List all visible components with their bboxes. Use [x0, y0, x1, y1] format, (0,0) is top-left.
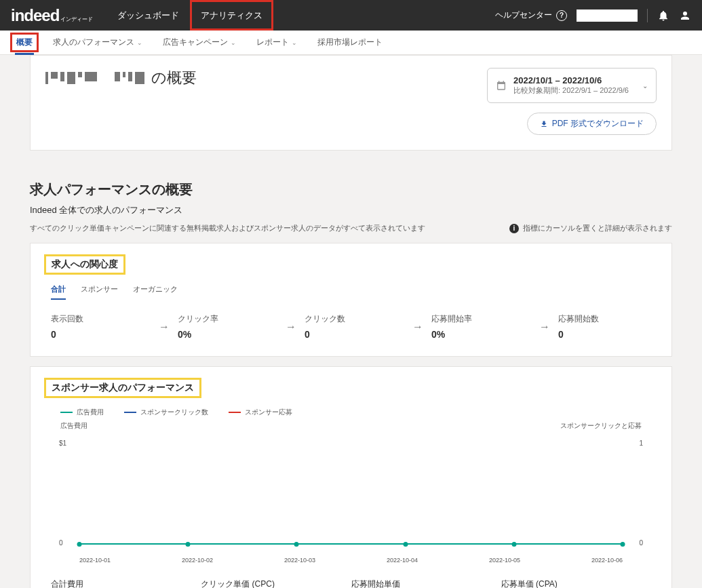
subnav-job-performance-label: 求人のパフォーマンス — [53, 37, 134, 48]
legend-cost[interactable]: 広告費用 — [60, 408, 104, 417]
top-bar: indeed インディード ダッシュボード アナリティクス ヘルプセンター ? — [0, 0, 702, 31]
y-tick-left-bottom: 0 — [59, 539, 63, 547]
sub-nav: 概要 求人のパフォーマンス ⌄ 広告キャンペーン ⌄ レポート ⌄ 採用市場レポ… — [0, 31, 702, 55]
interest-tabs: 合計 スポンサー オーガニック — [44, 284, 658, 300]
user-icon[interactable] — [679, 9, 691, 22]
subnav-report-label: レポート — [256, 37, 289, 48]
y-tick-right-bottom: 0 — [639, 539, 643, 547]
y-axis-right-label: スポンサークリックと応募 — [560, 421, 642, 431]
metric-apply-starts: 応募開始数 0 — [558, 313, 658, 340]
account-name-redacted[interactable] — [577, 9, 638, 22]
chevron-down-icon: ⌄ — [642, 82, 648, 90]
logo-text: indeed — [11, 6, 59, 25]
tab-sponsor[interactable]: スポンサー — [81, 284, 118, 300]
metric-value: 0% — [178, 329, 277, 340]
top-right: ヘルプセンター ? — [495, 9, 691, 22]
metric-cpa: 応募単価 (CPA) — [501, 579, 651, 588]
nav-dashboard[interactable]: ダッシュボード — [106, 0, 190, 31]
y-tick-left-top: $1 — [59, 439, 66, 447]
metric-impressions: 表示回数 0 — [51, 313, 151, 340]
calendar-icon — [496, 80, 507, 91]
help-center-link[interactable]: ヘルプセンター ? — [495, 9, 567, 21]
subnav-report[interactable]: レポート ⌄ — [248, 31, 305, 54]
chevron-down-icon: ⌄ — [292, 39, 297, 46]
subnav-campaign-label: 広告キャンペーン — [163, 37, 228, 48]
perf-section-description: すべてのクリック単価キャンペーンに関連する無料掲載求人およびスポンサー求人のデー… — [30, 223, 425, 233]
logo-subtext: インディード — [60, 16, 93, 23]
divider — [647, 9, 648, 22]
metric-label: 応募開始数 — [558, 313, 658, 325]
perf-section-subtitle: Indeed 全体での求人のパフォーマンス — [30, 204, 672, 216]
subnav-market-report[interactable]: 採用市場レポート — [309, 31, 391, 54]
metric-clicks: クリック数 0 — [305, 313, 404, 340]
page-title-suffix: の概要 — [151, 68, 197, 88]
metric-hover-hint-text: 指標にカーソルを置くと詳細が表示されます — [523, 223, 672, 233]
legend-label: スポンサークリック数 — [140, 408, 208, 417]
sponsor-chart-card: スポンサー求人のパフォーマンス 広告費用 スポンサークリック数 スポンサー応募 … — [30, 366, 672, 588]
top-nav: ダッシュボード アナリティクス — [106, 0, 273, 31]
tab-total[interactable]: 合計 — [51, 284, 66, 300]
legend-label: 広告費用 — [77, 408, 104, 417]
subnav-campaign[interactable]: 広告キャンペーン ⌄ — [155, 31, 244, 54]
download-pdf-label: PDF 形式でダウンロード — [552, 118, 644, 130]
sponsor-card-title: スポンサー求人のパフォーマンス — [44, 378, 201, 398]
metric-label: 表示回数 — [51, 313, 151, 325]
x-tick: 2022-10-04 — [387, 557, 418, 564]
metric-hover-hint: i 指標にカーソルを置くと詳細が表示されます — [509, 223, 672, 233]
x-tick: 2022-10-05 — [489, 557, 520, 564]
subnav-overview[interactable]: 概要 — [8, 31, 41, 54]
page-title: の概要 — [45, 68, 197, 88]
page-header-card: の概要 2022/10/1 – 2022/10/6 比較対象期間: 2022/9… — [30, 55, 672, 151]
legend-apply[interactable]: スポンサー応募 — [229, 408, 292, 417]
metric-value: 0 — [51, 329, 151, 340]
help-center-label: ヘルプセンター — [495, 9, 552, 21]
metric-apply-start-rate: 応募開始率 0% — [431, 313, 531, 340]
nav-analytics[interactable]: アナリティクス — [190, 0, 273, 31]
chart-point — [511, 542, 516, 547]
metric-value: 0 — [558, 329, 658, 340]
download-pdf-button[interactable]: PDF 形式でダウンロード — [527, 113, 657, 135]
y-tick-right-top: 1 — [639, 439, 643, 447]
help-icon: ? — [556, 10, 567, 21]
interest-card: 求人への関心度 合計 スポンサー オーガニック 表示回数 0 → クリック率 0… — [30, 243, 672, 357]
metric-total-cost: 合計費用 — [51, 579, 201, 588]
x-tick: 2022-10-06 — [591, 557, 623, 564]
legend-dash — [60, 412, 73, 413]
x-tick: 2022-10-02 — [182, 557, 213, 564]
bell-icon[interactable] — [657, 9, 669, 22]
metric-value: 0% — [431, 329, 531, 340]
date-range-main: 2022/10/1 – 2022/10/6 — [513, 75, 629, 85]
arrow-right-icon: → — [531, 321, 558, 333]
info-icon: i — [509, 224, 519, 233]
download-icon — [540, 120, 548, 128]
chart-legend: 広告費用 スポンサークリック数 スポンサー応募 — [60, 408, 658, 417]
legend-dash — [229, 412, 241, 413]
legend-clicks[interactable]: スポンサークリック数 — [124, 408, 208, 417]
metric-label: クリック数 — [305, 313, 404, 325]
metric-cpas: 応募開始単価 — [351, 579, 501, 588]
metric-ctr: クリック率 0% — [178, 313, 277, 340]
date-range-selector[interactable]: 2022/10/1 – 2022/10/6 比較対象期間: 2022/9/1 –… — [487, 68, 657, 103]
chart-point — [186, 542, 191, 547]
company-name-redacted — [45, 72, 144, 84]
chart-point — [621, 542, 625, 547]
metric-label: クリック率 — [178, 313, 277, 325]
legend-dash — [124, 412, 136, 413]
logo[interactable]: indeed インディード — [11, 6, 93, 25]
chart-point — [77, 542, 82, 547]
metric-cpc: クリック単価 (CPC) — [201, 579, 351, 588]
subnav-job-performance[interactable]: 求人のパフォーマンス ⌄ — [45, 31, 151, 54]
chevron-down-icon: ⌄ — [137, 39, 142, 46]
chart-point — [403, 542, 408, 547]
legend-label: スポンサー応募 — [245, 408, 292, 417]
x-axis-ticks: 2022-10-01 2022-10-02 2022-10-03 2022-10… — [79, 557, 623, 564]
tab-organic[interactable]: オーガニック — [133, 284, 178, 300]
arrow-right-icon: → — [277, 321, 305, 333]
chart-point — [294, 542, 299, 547]
arrow-right-icon: → — [404, 321, 431, 333]
date-range-compare: 比較対象期間: 2022/9/1 – 2022/9/6 — [513, 85, 629, 96]
perf-section-title: 求人パフォーマンスの概要 — [30, 180, 672, 199]
y-axis-left-label: 広告費用 — [60, 421, 87, 431]
interest-metrics: 表示回数 0 → クリック率 0% → クリック数 0 → 応募開始率 0% →… — [44, 313, 658, 340]
arrow-right-icon: → — [151, 321, 178, 333]
